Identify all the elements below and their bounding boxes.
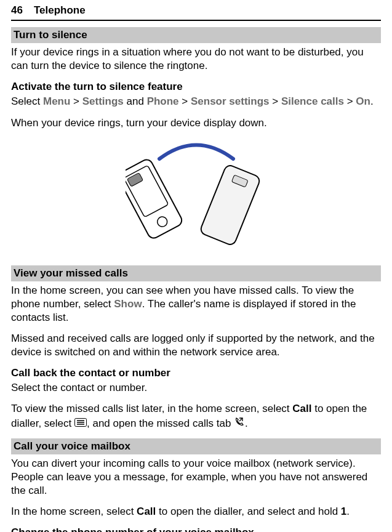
paragraph: Select the contact or number. xyxy=(11,381,381,395)
page-number: 46 xyxy=(11,4,23,17)
text: . xyxy=(245,417,248,429)
text: To view the missed calls list later, in … xyxy=(11,403,292,414)
paragraph: You can divert your incoming calls to yo… xyxy=(11,457,381,498)
paragraph: Select Menu > Settings and Phone > Senso… xyxy=(11,95,381,108)
page-header: 46 Telephone xyxy=(11,0,381,21)
missed-calls-tab-icon xyxy=(234,416,245,431)
svg-rect-4 xyxy=(199,164,261,246)
text: > xyxy=(344,95,356,107)
key-1: 1 xyxy=(341,506,346,517)
text: , and open the missed calls tab xyxy=(87,417,234,429)
nav-call: Call xyxy=(292,403,311,414)
paragraph: In the home screen, you can see when you… xyxy=(11,284,381,324)
text: > xyxy=(70,95,82,107)
text: . xyxy=(346,506,350,517)
nav-sensor-settings: Sensor settings xyxy=(191,95,270,107)
text: and xyxy=(124,95,147,107)
nav-call: Call xyxy=(137,506,156,517)
paragraph: To view the missed calls list later, in … xyxy=(11,402,381,430)
section-header-voice-mailbox: Call your voice mailbox xyxy=(11,438,381,454)
paragraph: When your device rings, turn your device… xyxy=(11,116,381,130)
text: In the home screen, select xyxy=(11,506,137,517)
options-icon xyxy=(74,417,87,430)
text: . xyxy=(370,95,374,107)
flip-phone-illustration xyxy=(11,137,381,254)
nav-phone: Phone xyxy=(147,95,179,107)
nav-on: On xyxy=(356,95,370,107)
paragraph: In the home screen, select Call to open … xyxy=(11,505,381,518)
section-header-turn-to-silence: Turn to silence xyxy=(11,27,381,43)
chapter-title: Telephone xyxy=(34,4,86,17)
text: > xyxy=(270,95,281,107)
text: Select xyxy=(11,95,43,107)
subheader-call-back: Call back the contact or number xyxy=(11,366,381,380)
nav-settings: Settings xyxy=(82,95,124,107)
text: > xyxy=(179,95,191,107)
page-container: 46 Telephone Turn to silence If your dev… xyxy=(0,0,392,532)
section-header-missed-calls: View your missed calls xyxy=(11,265,381,281)
subheader-change-number: Change the phone number of your voice ma… xyxy=(11,526,381,532)
subheader-activate: Activate the turn to silence feature xyxy=(11,80,381,94)
nav-show: Show xyxy=(114,298,142,310)
nav-menu: Menu xyxy=(43,95,70,107)
nav-silence-calls: Silence calls xyxy=(281,95,344,107)
paragraph: If your device rings in a situation wher… xyxy=(11,46,381,73)
paragraph: Missed and received calls are logged onl… xyxy=(11,332,381,359)
text: to open the dialler, and select and hold xyxy=(156,506,341,517)
